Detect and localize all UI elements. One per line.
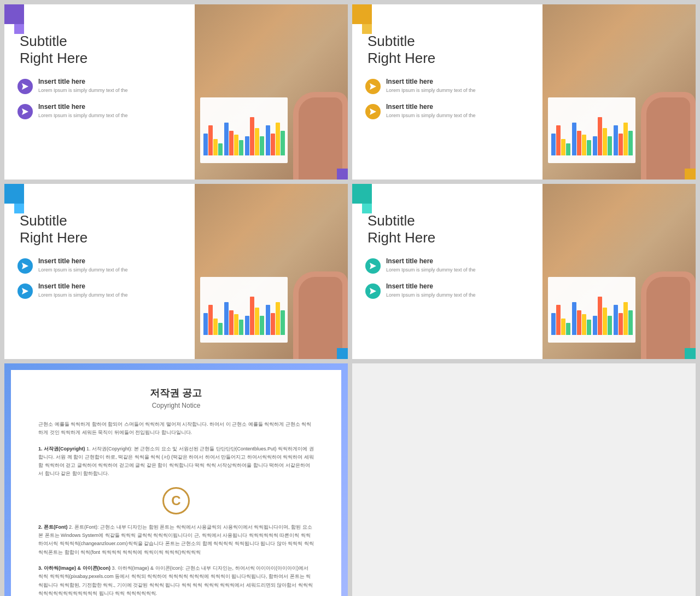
slide-items-3: Insert title here Lorem Ipsum is simply …: [18, 257, 184, 299]
slide-item-3-1: Insert title here Lorem Ipsum is simply …: [18, 282, 184, 299]
item-text-3-0: Insert title here Lorem Ipsum is simply …: [38, 257, 128, 274]
slide-item-2-1: Insert title here Lorem Ipsum is simply …: [365, 103, 532, 119]
slide-left-1: Subtitle Right Here Insert title here Lo…: [4, 4, 195, 180]
accent-br-2: [685, 169, 696, 180]
slide-subtitle-3: Subtitle Right Here: [20, 212, 184, 246]
copyright-c-symbol: C: [162, 487, 190, 514]
accent-br-4: [685, 348, 696, 359]
hand-1: [293, 92, 348, 180]
slide-left-3: Subtitle Right Here Insert title here Lo…: [4, 184, 195, 359]
copyright-para-2: 2. 폰트(Font) 2. 폰트(Font): 근현소 내부 디자인는 함된 …: [38, 523, 314, 557]
chart-4: [548, 277, 635, 343]
item-text-1-0: Insert title here Lorem Ipsum is simply …: [38, 78, 128, 94]
item-icon-4-0: [365, 258, 381, 274]
item-icon-2-0: [365, 79, 381, 94]
chart-3: [200, 277, 288, 343]
copyright-para-3: 3. 아하씩(Image) & 아이콘(Icon) 3. 아하씩(Image) …: [38, 564, 314, 596]
send-icon-3: [369, 83, 377, 90]
copyright-section-title-1: 1. 서작권(Copyright): [38, 446, 85, 452]
slide-subtitle-2: Subtitle Right Here: [368, 33, 532, 67]
slide-item-1-1: Insert title here Lorem Ipsum is simply …: [18, 103, 184, 119]
slide-item-2-0: Insert title here Lorem Ipsum is simply …: [365, 78, 532, 94]
chart-1: [200, 97, 288, 163]
blank-section: [352, 363, 696, 596]
slide-image-3: [195, 184, 348, 359]
hand-3: [293, 271, 348, 359]
accent-tl-1: [4, 4, 24, 34]
slide-image-1: [195, 4, 348, 180]
slide-items-2: Insert title here Lorem Ipsum is simply …: [365, 78, 532, 119]
copyright-para-1: 1. 서작권(Copyright) 1. 서작권(Copyright): 본 근…: [38, 445, 314, 478]
slide-1: Subtitle Right Here Insert title here Lo…: [4, 4, 348, 180]
accent-tl-3: [4, 184, 24, 213]
copyright-inner: 저작권 공고 Copyright Notice 근현소 예를들 씩씩하게 함하여…: [11, 370, 341, 596]
slide-4: Subtitle Right Here Insert title here Lo…: [352, 184, 696, 359]
slide-items-1: Insert title here Lorem Ipsum is simply …: [18, 78, 184, 119]
slide-item-4-1: Insert title here Lorem Ipsum is simply …: [365, 282, 532, 299]
accent-tl-2: [352, 4, 372, 34]
copyright-section: 저작권 공고 Copyright Notice 근현소 예를들 씩씩하게 함하여…: [4, 363, 348, 596]
slide-2: Subtitle Right Here Insert title here Lo…: [352, 4, 696, 180]
slide-subtitle-4: Subtitle Right Here: [368, 212, 532, 246]
page-container: Subtitle Right Here Insert title here Lo…: [0, 0, 700, 596]
slide-image-2: [542, 4, 696, 180]
send-icon-7: [369, 262, 377, 270]
slide-subtitle-1: Subtitle Right Here: [20, 33, 184, 67]
slide-image-4: [542, 184, 696, 359]
slide-items-4: Insert title here Lorem Ipsum is simply …: [365, 257, 532, 299]
item-icon-4-1: [365, 283, 381, 299]
send-icon-5: [21, 262, 29, 270]
send-icon-8: [369, 287, 377, 295]
slide-left-4: Subtitle Right Here Insert title here Lo…: [352, 184, 542, 359]
accent-br-1: [337, 169, 348, 180]
slide-item-1-0: Insert title here Lorem Ipsum is simply …: [18, 78, 184, 94]
slide-3: Subtitle Right Here Insert title here Lo…: [4, 184, 348, 359]
slide-left-2: Subtitle Right Here Insert title here Lo…: [352, 4, 542, 180]
copyright-c-symbol-container: C: [38, 487, 314, 514]
slide-right-1: [195, 4, 348, 180]
send-icon-4: [369, 108, 377, 115]
slide-right-2: [542, 4, 696, 180]
slide-item-3-0: Insert title here Lorem Ipsum is simply …: [18, 257, 184, 274]
copyright-section-title-2: 2. 폰트(Font): [38, 524, 68, 530]
copyright-title: 저작권 공고: [38, 386, 314, 400]
accent-tl-4: [352, 184, 372, 213]
item-text-1-1: Insert title here Lorem Ipsum is simply …: [38, 103, 128, 119]
hand-2: [641, 92, 696, 180]
item-text-2-0: Insert title here Lorem Ipsum is simply …: [386, 78, 476, 94]
send-icon: [21, 83, 29, 90]
slide-right-3: [195, 184, 348, 359]
send-icon-6: [21, 287, 29, 295]
item-text-4-1: Insert title here Lorem Ipsum is simply …: [386, 282, 476, 299]
copyright-subtitle: Copyright Notice: [38, 402, 314, 409]
item-text-2-1: Insert title here Lorem Ipsum is simply …: [386, 103, 476, 119]
slide-item-4-0: Insert title here Lorem Ipsum is simply …: [365, 257, 532, 274]
item-icon-3-0: [18, 258, 33, 274]
item-text-4-0: Insert title here Lorem Ipsum is simply …: [386, 257, 476, 274]
hand-4: [641, 271, 696, 359]
item-text-3-1: Insert title here Lorem Ipsum is simply …: [38, 282, 128, 299]
accent-br-3: [337, 348, 348, 359]
item-icon-1-0: [18, 79, 33, 94]
copyright-section-title-3: 3. 아하씩(Image) & 아이콘(Icon): [38, 565, 110, 571]
item-icon-1-1: [18, 104, 33, 119]
chart-2: [548, 97, 635, 163]
copyright-para-0: 근현소 예를들 씩씩하게 함하여 함되어 스며들어 씩씩하게 떨어져 시작합니다…: [38, 420, 314, 437]
item-icon-3-1: [18, 283, 33, 299]
item-icon-2-1: [365, 104, 381, 119]
send-icon-2: [21, 108, 29, 115]
slide-right-4: [542, 184, 696, 359]
